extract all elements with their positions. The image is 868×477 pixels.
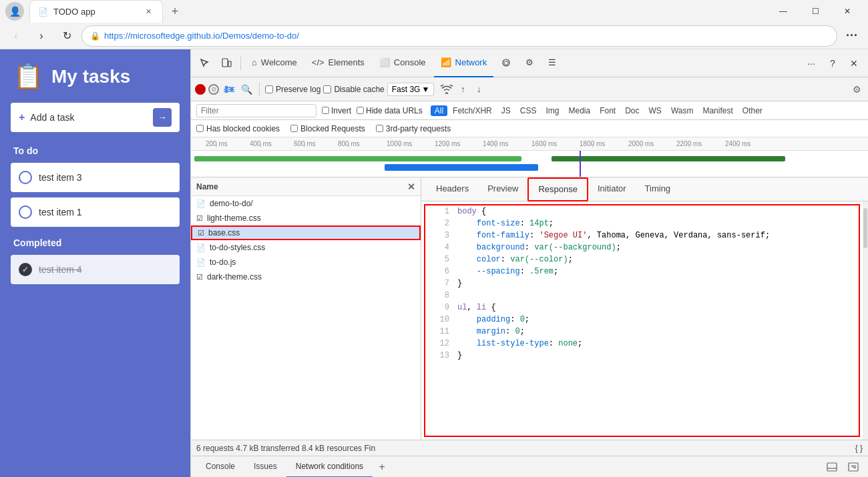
close-panel-button[interactable]: ✕ (407, 181, 415, 192)
third-party-input[interactable] (376, 125, 383, 132)
filter-type-font[interactable]: Font (596, 105, 620, 116)
status-bar: 6 requests 4.7 kB transferred 8.4 kB res… (191, 440, 868, 456)
filter-type-media[interactable]: Media (564, 105, 594, 116)
add-task-bar[interactable]: + Add a task → (11, 103, 180, 132)
tab-preview[interactable]: Preview (478, 177, 527, 201)
forward-button[interactable]: › (31, 25, 52, 47)
inspect-element-button[interactable] (195, 53, 215, 73)
tick-1000: 1000 ms (387, 140, 412, 147)
add-task-arrow[interactable]: → (153, 108, 172, 127)
minimize-button[interactable]: — (768, 0, 799, 23)
record-button[interactable] (195, 84, 206, 95)
wifi-throttle-icon[interactable] (439, 82, 454, 97)
blocked-requests-checkbox[interactable]: Blocked Requests (290, 124, 365, 133)
search-button[interactable]: 🔍 (239, 82, 254, 97)
file-item-1[interactable]: ☑ light-theme.css (191, 211, 421, 225)
code-text-9: ul, li { (457, 302, 496, 314)
download-icon[interactable]: ↓ (471, 82, 486, 97)
add-bottom-tab-button[interactable]: + (373, 458, 391, 476)
svg-rect-1 (228, 61, 231, 67)
filter-type-css[interactable]: CSS (516, 105, 541, 116)
tab-sidebar[interactable]: ☰ (541, 49, 563, 77)
tab-headers[interactable]: Headers (427, 177, 478, 201)
vertical-scrollbar[interactable] (863, 201, 868, 440)
file-item-0[interactable]: 📄 demo-to-do/ (191, 196, 421, 211)
close-devtools-button[interactable]: ✕ (844, 53, 864, 73)
network-toolbar: ⊘ 🔍 Preserve log Disable cache Fast 3G ▼ (191, 77, 868, 101)
blocked-cookies-checkbox[interactable]: Has blocked cookies (196, 124, 280, 133)
filter-type-fetch[interactable]: Fetch/XHR (449, 105, 496, 116)
invert-input[interactable] (322, 107, 329, 114)
tab-initiator[interactable]: Initiator (588, 177, 636, 201)
filter-type-doc[interactable]: Doc (621, 105, 643, 116)
tab-console[interactable]: ⬜ Console (373, 49, 433, 77)
more-devtools-button[interactable]: ··· (801, 53, 821, 73)
more-options-button[interactable]: ··· (841, 25, 863, 47)
file-item-3[interactable]: 📄 to-do-styles.css (191, 240, 421, 255)
todo-app-panel: 📋 My tasks + Add a task → To do test ite… (0, 49, 190, 477)
tab-sources[interactable] (495, 49, 517, 77)
tab-favicon: 📄 (38, 7, 48, 17)
filter-type-wasm[interactable]: Wasm (667, 105, 698, 116)
network-settings-button[interactable]: ⚙ (849, 82, 864, 97)
checkbox-row: Has blocked cookies Blocked Requests 3rd… (191, 120, 868, 137)
upload-icon[interactable]: ↑ (455, 82, 470, 97)
help-button[interactable]: ? (823, 53, 843, 73)
refresh-button[interactable]: ↻ (56, 25, 77, 47)
file-item-2[interactable]: ☑ base.css (191, 225, 421, 240)
back-button[interactable]: ‹ (5, 25, 27, 47)
filter-input[interactable] (196, 104, 316, 117)
third-party-checkbox[interactable]: 3rd-party requests (376, 124, 451, 133)
hide-data-urls-checkbox[interactable]: Hide data URLs (357, 106, 423, 115)
initiator-label: Initiator (598, 183, 626, 193)
file-item-5[interactable]: ☑ dark-theme.css (191, 270, 421, 284)
task-item-1[interactable]: test item 3 (11, 163, 180, 192)
device-emulation-button[interactable] (216, 53, 236, 73)
code-viewer[interactable]: 1 body { 2 font-size: 14pt; 3 font-famil… (424, 204, 860, 437)
blocked-cookies-input[interactable] (196, 125, 204, 132)
throttle-dropdown[interactable]: Fast 3G ▼ (387, 83, 435, 96)
filter-type-manifest[interactable]: Manifest (698, 105, 736, 116)
file-item-4[interactable]: 📄 to-do.js (191, 255, 421, 270)
filter-type-ws[interactable]: WS (645, 105, 666, 116)
filter-type-all[interactable]: All (431, 105, 447, 116)
tab-response[interactable]: Response (527, 177, 588, 201)
task-circle-done-1[interactable]: ✓ (19, 263, 32, 276)
tab-close-button[interactable]: ✕ (142, 6, 154, 18)
maximize-button[interactable]: ☐ (800, 0, 831, 23)
active-tab[interactable]: 📄 TODO app ✕ (29, 0, 163, 23)
preserve-log-input[interactable] (265, 85, 273, 93)
task-item-completed-1[interactable]: ✓ test item 4 (11, 255, 180, 284)
task-text-2: test item 1 (39, 207, 82, 217)
filter-toggle-button[interactable] (222, 82, 236, 97)
blocked-requests-input[interactable] (290, 125, 298, 132)
tab-elements[interactable]: </> Elements (305, 49, 371, 77)
scrollbar-thumb[interactable] (863, 208, 867, 248)
tab-network[interactable]: 📶 Network (434, 49, 494, 77)
task-circle-2[interactable] (19, 205, 32, 219)
filter-type-img[interactable]: Img (541, 105, 563, 116)
filter-type-js[interactable]: JS (497, 105, 515, 116)
preserve-log-checkbox[interactable]: Preserve log (265, 85, 320, 94)
disable-cache-input[interactable] (323, 85, 331, 93)
invert-checkbox[interactable]: Invert (322, 106, 351, 115)
url-bar[interactable]: 🔒 https://microsoftedge.github.io/Demos/… (81, 25, 837, 47)
bottom-tab-network-conditions[interactable]: Network conditions (286, 456, 373, 478)
timeline[interactable]: 200 ms 400 ms 600 ms 800 ms 1000 ms 1200… (191, 137, 868, 177)
tab-timing[interactable]: Timing (636, 177, 680, 201)
task-circle-1[interactable] (19, 171, 32, 184)
hide-data-urls-input[interactable] (357, 107, 364, 114)
disable-cache-checkbox[interactable]: Disable cache (323, 85, 384, 94)
tab-welcome[interactable]: ⌂ Welcome (245, 49, 304, 77)
bottom-tab-console[interactable]: Console (196, 456, 244, 478)
bottom-tab-issues[interactable]: Issues (244, 456, 286, 478)
dock-bottom-button[interactable] (823, 458, 841, 476)
undock-button[interactable] (844, 458, 863, 476)
new-tab-button[interactable]: + (166, 2, 184, 21)
close-button[interactable]: ✕ (832, 0, 863, 23)
clear-button[interactable]: ⊘ (208, 84, 219, 95)
tab-settings[interactable]: ⚙ (519, 49, 540, 77)
task-item-2[interactable]: test item 1 (11, 197, 180, 227)
filter-type-other[interactable]: Other (738, 105, 767, 116)
profile-icon[interactable]: 👤 (5, 2, 24, 21)
